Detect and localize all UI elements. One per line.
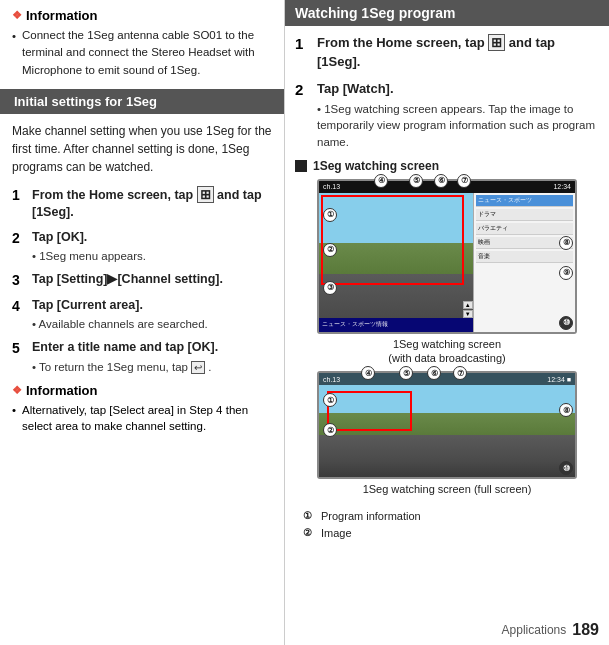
info2-bullet: • Alternatively, tap [Select area] in St… [12,402,274,435]
arrow-buttons-1[interactable]: ▲ ▼ [463,301,473,318]
badge-4: ④ [374,174,388,188]
info-bullet-text: Connect the 1Seg antenna cable SO01 to t… [22,27,274,79]
right-step-2-num: 2 [295,80,317,100]
step-1: 1 From the Home screen, tap ⊞ and tap [1… [12,186,274,222]
step-5: 5 Enter a title name and tap [OK]. • To … [12,339,274,375]
screens-container: ch.13 12:34 ニュース・スポーツ ドラマ バラエティ 映画 音楽 [295,179,599,542]
intro-text-content: Make channel setting when you use 1Seg f… [12,124,272,174]
right-panel-1: ニュース・スポーツ ドラマ バラエティ 映画 音楽 [473,193,575,332]
info-body-text: • Connect the 1Seg antenna cable SO01 to… [12,27,274,79]
screen1: ch.13 12:34 ニュース・スポーツ ドラマ バラエティ 映画 音楽 [317,179,577,334]
bottom-info-bar-1: ニュース・スポーツ情報 [319,318,473,332]
step-1-content: From the Home screen, tap ⊞ and tap [1Se… [32,186,274,222]
right-step-1-title: From the Home screen, tap ⊞ and tap [1Se… [317,34,555,69]
step-3: 3 Tap [Setting]▶[Channel setting]. [12,271,274,289]
legend-2-num: ② [303,525,317,540]
panel-row-5: 音楽 [476,251,573,263]
right-step-2: 2 Tap [Watch]. • 1Seg watching screen ap… [295,80,599,151]
initial-settings-header: Initial settings for 1Seg [0,89,284,114]
badge-6: ⑥ [434,174,448,188]
step-5-num: 5 [12,339,32,357]
info2-body-text: Alternatively, tap [Select area] in Step… [22,402,274,435]
screen1-wrapper: ch.13 12:34 ニュース・スポーツ ドラマ バラエティ 映画 音楽 [317,179,577,366]
right-step-1-num: 1 [295,34,317,54]
diamond-icon-2: ❖ [12,384,22,397]
panel-row-3: バラエティ [476,223,573,235]
step-1-title: From the Home screen, tap ⊞ and tap [1Se… [32,188,262,220]
info-header: ❖ Information [12,8,274,23]
watching-label-text: 1Seg watching screen [313,159,439,173]
screen2-caption: 1Seg watching screen (full screen) [363,482,532,496]
bottom-legend: ① Program information ② Image [303,508,421,541]
info-section-bottom: ❖ Information • Alternatively, tap [Sele… [12,383,274,435]
right-step-1: 1 From the Home screen, tap ⊞ and tap [1… [295,34,599,72]
watching-screen-label: 1Seg watching screen [295,159,599,173]
watching-header-text: Watching 1Seg program [295,5,456,21]
right-step-1-content: From the Home screen, tap ⊞ and tap [1Se… [317,34,599,72]
watching-header: Watching 1Seg program [285,0,609,26]
info-header-text: Information [26,8,98,23]
badge-3: ③ [323,281,337,295]
screen2-wrapper: ch.13 12:34 ■ ① ② ④ ⑤ ⑥ ⑦ [317,371,577,496]
info2-bullet-dot: • [12,402,18,435]
intro-text: Make channel setting when you use 1Seg f… [12,122,274,176]
step-2: 2 Tap [OK]. • 1Seg menu appears. [12,229,274,265]
step-5-sub: • To return the 1Seg menu, tap ↩ . [32,359,274,375]
step-4-content: Tap [Current area]. • Available channels… [32,297,274,333]
badge-8: ⑧ [559,236,573,250]
info-section-top: ❖ Information • Connect the 1Seg antenna… [12,8,274,79]
step-1-num: 1 [12,186,32,204]
step-2-title: Tap [OK]. [32,229,274,247]
legend-row-2: ② Image [303,525,421,542]
legend-2-label: Image [321,525,352,542]
legend-1-num: ① [303,508,317,523]
badge-10: ⑩ [559,316,573,330]
up-arrow[interactable]: ▲ [463,301,473,309]
badge-2: ② [323,243,337,257]
step-3-title: Tap [Setting]▶[Channel setting]. [32,272,223,286]
legend-1-label: Program information [321,508,421,525]
bullet-dot: • [12,28,22,45]
down-arrow[interactable]: ▼ [463,310,473,318]
step-3-num: 3 [12,271,32,289]
screen1-caption: 1Seg watching screen (with data broadcas… [388,337,505,366]
step-4-num: 4 [12,297,32,315]
step-5-title: Enter a title name and tap [OK]. [32,339,274,357]
top-bar-2: ch.13 12:34 ■ [319,373,575,385]
right-step-2-content: Tap [Watch]. • 1Seg watching screen appe… [317,80,599,151]
step-5-content: Enter a title name and tap [OK]. • To re… [32,339,274,375]
badge-5: ⑤ [409,174,423,188]
panel-row-2: ドラマ [476,209,573,221]
section-title-text: Initial settings for 1Seg [14,94,157,109]
info-header-2-text: Information [26,383,98,398]
step-4-sub: • Available channels are searched. [32,316,274,332]
diamond-icon: ❖ [12,9,22,22]
step-2-sub: • 1Seg menu appears. [32,248,274,264]
footer-page-num: 189 [572,621,599,639]
right-step-2-sub: • 1Seg watching screen appears. Tap the … [317,101,599,151]
panel-row-1: ニュース・スポーツ [476,195,573,207]
step-3-content: Tap [Setting]▶[Channel setting]. [32,271,274,289]
black-square-icon [295,160,307,172]
step-4: 4 Tap [Current area]. • Available channe… [12,297,274,333]
step-4-title: Tap [Current area]. [32,297,274,315]
right-step-2-title: Tap [Watch]. [317,80,599,99]
right-column: Watching 1Seg program 1 From the Home sc… [285,0,609,645]
legend-row-1: ① Program information [303,508,421,525]
page-footer: Applications 189 [502,621,599,639]
info-header-2: ❖ Information [12,383,274,398]
step-2-num: 2 [12,229,32,247]
footer-section-label: Applications [502,623,567,637]
info-bullet: • Connect the 1Seg antenna cable SO01 to… [12,27,274,79]
badge-9: ⑨ [559,266,573,280]
left-column: ❖ Information • Connect the 1Seg antenna… [0,0,285,645]
screen2: ch.13 12:34 ■ ① ② ④ ⑤ ⑥ ⑦ [317,371,577,479]
badge-7: ⑦ [457,174,471,188]
step-2-content: Tap [OK]. • 1Seg menu appears. [32,229,274,265]
badge-1: ① [323,208,337,222]
